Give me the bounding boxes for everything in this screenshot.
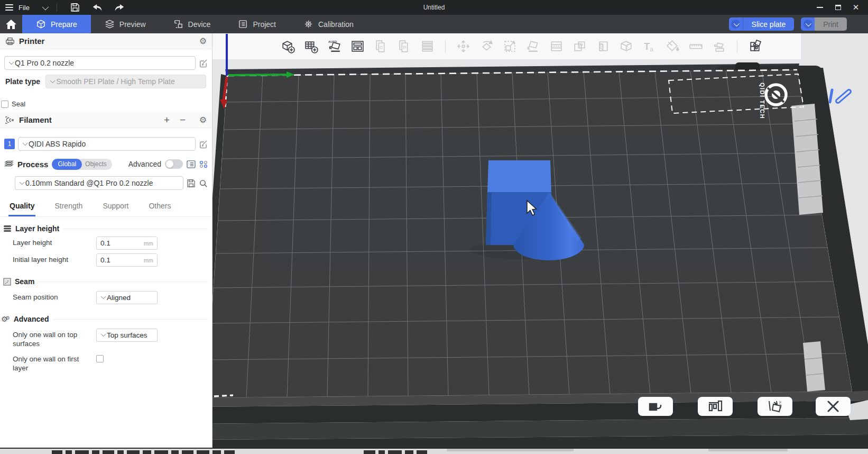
seam-section: Seam (3, 277, 208, 286)
tab-quality[interactable]: Quality (8, 197, 35, 216)
param-label: Seam position (13, 291, 96, 302)
param-grid-icon[interactable] (199, 160, 208, 168)
edit-filament-icon[interactable] (199, 140, 208, 149)
chevron-down-icon (9, 59, 14, 65)
plate-type-label: Plate type (4, 77, 40, 86)
paste-icon: P (396, 39, 412, 54)
lock-plate-button[interactable] (638, 397, 673, 416)
bottom-clipped-strip (0, 448, 868, 454)
process-preset-select[interactable]: 0.10mm Standard @Q1 Pro 0.2 nozzle (15, 176, 183, 190)
process-scope-toggle[interactable]: Global Objects (52, 159, 112, 170)
chevron-down-icon (23, 140, 28, 146)
tab-support[interactable]: Support (101, 197, 130, 216)
param-label: Layer height (13, 237, 96, 248)
cut-icon (618, 39, 634, 54)
paint-icon (665, 39, 680, 54)
filament-slot-badge[interactable]: 1 (4, 139, 15, 149)
measure-icon (688, 39, 704, 54)
one-wall-top-select[interactable]: Top surfaces (96, 329, 158, 342)
layer-height-field[interactable] (100, 239, 132, 247)
tab-device[interactable]: Device (160, 15, 225, 33)
build-plate-viewport[interactable]: QIDI TECH (213, 33, 868, 454)
tab-prepare[interactable]: Prepare (22, 15, 91, 33)
printer-header-label: Printer (19, 37, 44, 46)
unit-label: mm (144, 257, 153, 264)
printer-settings-gear-icon[interactable]: ⚙ (199, 37, 207, 46)
maximize-button[interactable] (829, 0, 847, 15)
seam-position-select[interactable]: Aligned (96, 291, 158, 304)
remove-filament-button[interactable]: − (177, 115, 189, 125)
minimize-button[interactable] (811, 0, 829, 15)
slice-plate-label[interactable]: Slice plate (743, 17, 795, 31)
chevron-down-icon (806, 20, 811, 26)
print-button[interactable]: Print (801, 17, 847, 31)
project-icon (238, 19, 248, 29)
filament-settings-gear-icon[interactable]: ⚙ (199, 116, 207, 124)
settings-tabs: Quality Strength Support Others (0, 197, 212, 217)
save-preset-icon[interactable] (187, 179, 196, 188)
slice-plate-button[interactable]: Slice plate (729, 17, 795, 31)
initial-layer-height-field[interactable] (100, 256, 132, 264)
filament-icon (5, 115, 15, 125)
orient-plate-button[interactable]: AUTO (758, 397, 792, 416)
layers-icon (420, 39, 435, 54)
tab-preview[interactable]: Preview (91, 15, 160, 33)
layer-height-icon (3, 225, 12, 232)
tab-calibration[interactable]: Calibration (290, 15, 367, 33)
file-menu[interactable]: File (19, 4, 30, 12)
redo-icon[interactable] (114, 3, 125, 12)
assembly-icon[interactable] (747, 39, 763, 54)
advanced-gears-icon: ⚙⚙ (1, 315, 10, 323)
home-button[interactable] (0, 15, 22, 33)
filament-header-label: Filament (19, 115, 52, 124)
auto-orient-icon[interactable]: AUTO (327, 39, 342, 54)
process-icon (4, 160, 14, 168)
save-icon[interactable] (70, 2, 80, 13)
svg-text:a: a (650, 46, 654, 52)
device-icon (173, 19, 183, 29)
window-titlebar: File Untitled ✕ (0, 0, 868, 15)
param-label: Initial layer height (13, 253, 96, 265)
tab-project[interactable]: Project (224, 15, 290, 33)
filament-preset-select[interactable]: QIDI ABS Rapido (18, 137, 196, 151)
layer-height-input[interactable]: mm (96, 237, 158, 250)
unit-label: mm (144, 240, 153, 247)
print-dropdown[interactable] (801, 17, 815, 31)
arrange-plate-button[interactable] (698, 397, 733, 416)
menu-icon[interactable] (5, 4, 13, 11)
add-filament-button[interactable]: + (161, 115, 173, 125)
seal-checkbox[interactable] (1, 101, 8, 108)
scale-icon (502, 39, 518, 54)
prepare-cube-icon (36, 19, 46, 29)
add-plate-icon[interactable] (303, 39, 319, 54)
slice-dropdown[interactable] (729, 17, 743, 31)
add-model-icon[interactable] (280, 39, 296, 54)
advanced-toggle-label: Advanced (128, 160, 161, 168)
tab-strength[interactable]: Strength (53, 197, 84, 216)
close-button[interactable]: ✕ (847, 0, 865, 15)
process-section-header: Process Global Objects Advanced (0, 155, 212, 173)
search-icon[interactable] (199, 179, 208, 188)
settings-sidebar: Printer ⚙ Q1 Pro 0.2 nozzle Plate type S… (0, 33, 213, 448)
svg-text:T: T (644, 41, 650, 52)
undo-icon[interactable] (91, 3, 103, 12)
tab-others[interactable]: Others (147, 197, 172, 216)
scope-global[interactable]: Global (52, 159, 82, 170)
rotate-icon (479, 39, 494, 54)
scope-objects[interactable]: Objects (82, 160, 112, 168)
svg-text:AUTO: AUTO (779, 401, 782, 408)
calibration-gear-icon (303, 19, 313, 29)
printer-preset-select[interactable]: Q1 Pro 0.2 nozzle (4, 56, 196, 70)
toolbar-separator (445, 40, 446, 53)
process-header-label: Process (17, 160, 48, 169)
advanced-toggle[interactable] (165, 159, 183, 169)
delete-plate-button[interactable] (816, 397, 851, 416)
chevron-down-icon (733, 20, 739, 26)
arrange-icon[interactable] (350, 39, 365, 54)
param-list-icon[interactable] (187, 160, 196, 168)
edit-printer-icon[interactable] (199, 59, 208, 68)
one-wall-first-layer-checkbox[interactable] (96, 355, 104, 362)
plate-type-select[interactable]: Smooth PEI Plate / High Temp Plate (45, 75, 206, 88)
file-menu-chevron-icon[interactable] (42, 3, 49, 10)
initial-layer-height-input[interactable]: mm (96, 253, 158, 267)
